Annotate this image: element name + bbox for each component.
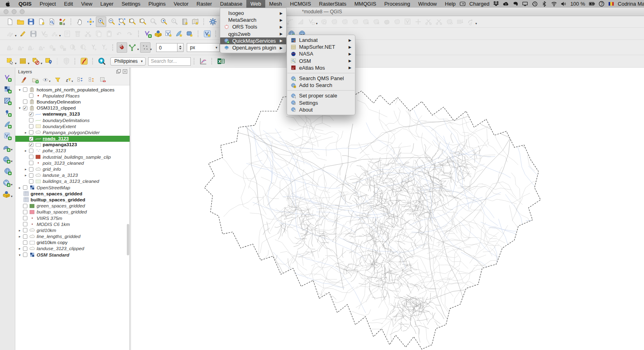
zoom-full-button[interactable] xyxy=(117,17,127,27)
web-menu-item-quickmapservices[interactable]: QuickMapServices▶ xyxy=(220,37,286,44)
evernote-icon[interactable] xyxy=(512,1,518,7)
layer-row-waterways-3123[interactable]: ✓waterways_3123 xyxy=(15,111,130,117)
circle-7-icon[interactable]: 7 xyxy=(599,1,605,7)
layer-visibility-checkbox[interactable] xyxy=(23,216,27,220)
web-menu-item-openlayers-plugin[interactable]: OpenLayers plugin▶ xyxy=(220,44,286,51)
qms-menu-item-osm[interactable]: OSM▶ xyxy=(287,58,355,64)
menubar-item-help[interactable]: Help xyxy=(441,0,460,8)
layer-visibility-checkbox[interactable]: ✓ xyxy=(29,143,33,147)
minimize-window-button[interactable] xyxy=(12,9,17,14)
add-datasource-layer-button[interactable]: ▾ xyxy=(1,189,14,200)
qms-menu-item-settings[interactable]: Settings xyxy=(287,99,355,106)
expander-icon[interactable]: ▸ xyxy=(23,167,28,171)
layer-row-boundarydelineation[interactable]: BoundaryDelineation xyxy=(15,99,130,105)
toggle-editing-button[interactable] xyxy=(18,29,28,39)
spreadsheet-layers-button[interactable]: X xyxy=(216,56,226,66)
layer-row-green-spaces-gridded[interactable]: green_spaces_gridded xyxy=(15,191,130,197)
snapping-marker-button-dropdown-arrow[interactable]: ▾ xyxy=(150,48,152,51)
expander-icon[interactable]: ▾ xyxy=(17,88,22,92)
geocoder-country-combobox[interactable]: Philippines▾ xyxy=(110,57,146,66)
expander-icon[interactable]: ▸ xyxy=(17,234,22,238)
zoom-to-layer-button[interactable] xyxy=(138,17,148,27)
snapping-toggle-button[interactable] xyxy=(117,42,127,53)
layer-row-landuse-3123-clipped[interactable]: ▸landuse_3123_clipped xyxy=(15,246,130,252)
layer-row-grid10km-copy[interactable]: grid10km copy xyxy=(15,240,130,246)
layer-row-builtup-spaces-gridded[interactable]: builtup_spaces_gridded xyxy=(15,197,130,203)
display-icon[interactable] xyxy=(522,1,528,7)
time-machine-icon[interactable] xyxy=(532,1,538,7)
menubar-item-plugins[interactable]: Plugins xyxy=(144,0,170,8)
new-project-button[interactable] xyxy=(5,17,15,27)
layer-row-hotosm-phl-north-populated-places[interactable]: ▾hotosm_phl_north_populated_places xyxy=(15,87,130,93)
layer-visibility-checkbox[interactable]: ✓ xyxy=(23,106,27,110)
manage-map-themes-button[interactable]: ▾ xyxy=(42,76,51,84)
collapse-all-button[interactable] xyxy=(87,76,96,84)
layer-visibility-checkbox[interactable] xyxy=(23,204,27,208)
layer-visibility-checkbox[interactable] xyxy=(29,118,33,122)
layer-visibility-checkbox[interactable] xyxy=(29,130,33,135)
layer-row-boundarydelimitations[interactable]: boundaryDelimitations xyxy=(15,117,130,123)
menubar-item-edit[interactable]: Edit xyxy=(60,0,77,8)
layer-visibility-checkbox[interactable] xyxy=(29,161,33,165)
new-spatial-bookmark-button[interactable] xyxy=(180,17,190,27)
datasource-manager-button[interactable] xyxy=(142,29,153,39)
layer-visibility-checkbox[interactable] xyxy=(23,228,27,232)
layer-row-modis-c6-1km[interactable]: MODIS C6 1km xyxy=(15,221,130,227)
layer-visibility-checkbox[interactable] xyxy=(29,149,33,153)
deselect-all-button-dropdown-arrow[interactable]: ▾ xyxy=(41,62,42,65)
zoom-window-button[interactable] xyxy=(20,9,25,14)
zoom-in-button[interactable] xyxy=(96,17,106,27)
menubar-item-raster[interactable]: Raster xyxy=(192,0,216,8)
expander-icon[interactable]: ▾ xyxy=(17,253,22,257)
layer-row-pofw-3123[interactable]: ▸pofw_3123 xyxy=(15,148,130,154)
deselect-all-button[interactable] xyxy=(31,56,41,66)
add-group-button[interactable] xyxy=(31,76,39,84)
new-virtual-layer-button[interactable] xyxy=(184,29,195,39)
show-layout-manager-button[interactable] xyxy=(47,17,57,27)
layer-row-boundaryextent[interactable]: boundaryExtent xyxy=(15,123,130,129)
menubar-item-hcmgis[interactable]: HCMGIS xyxy=(286,0,315,8)
layer-visibility-checkbox[interactable] xyxy=(29,167,33,172)
qms-menu-item-eatlas-mos[interactable]: eAeAtlas Mos▶ xyxy=(287,64,355,71)
zoom-to-selection-button[interactable] xyxy=(127,17,138,27)
filter-legend-button[interactable] xyxy=(53,76,62,84)
menubar-item-view[interactable]: View xyxy=(77,0,96,8)
layer-row-openstreetmap[interactable]: ▸OpenStreetMap xyxy=(15,184,130,191)
expander-icon[interactable]: ▸ xyxy=(23,173,28,177)
layer-visibility-checkbox[interactable] xyxy=(23,240,27,245)
layer-visibility-checkbox[interactable] xyxy=(23,99,27,104)
menubar-item-web[interactable]: Web xyxy=(246,0,265,8)
layer-visibility-checkbox[interactable] xyxy=(29,179,33,184)
menubar-item-mesh[interactable]: Mesh xyxy=(265,0,286,8)
window-titlebar[interactable]: *module8 — QGIS xyxy=(0,8,644,16)
close-window-button[interactable] xyxy=(4,9,8,14)
select-features-button[interactable] xyxy=(5,56,15,66)
web-menu-item-qgis2web[interactable]: qgis2web▶ xyxy=(220,31,286,37)
menubar-item-project[interactable]: Project xyxy=(36,0,60,8)
geocoding-button[interactable] xyxy=(97,56,107,66)
pan-map-button[interactable] xyxy=(75,17,85,27)
layer-visibility-checkbox[interactable] xyxy=(23,185,27,190)
topological-editing-button[interactable] xyxy=(127,42,138,53)
open-attribute-table-button-dropdown-arrow[interactable]: ▾ xyxy=(28,62,29,65)
layer-visibility-checkbox[interactable]: ✓ xyxy=(29,137,33,141)
web-menu-item-ors-tools[interactable]: ORS Tools▶ xyxy=(220,23,286,30)
qms-menu-item-about[interactable]: iAbout xyxy=(287,106,355,113)
layer-row-roads-3123[interactable]: ✓roads_3123 xyxy=(15,136,130,142)
filter-by-expression-button[interactable]: ε▾ xyxy=(64,76,73,84)
expand-all-button[interactable] xyxy=(76,76,85,84)
layer-row-osm-standard[interactable]: ▾OSM Standard xyxy=(15,252,130,258)
processing-toolbox-button[interactable] xyxy=(208,17,218,27)
layer-row-green-spaces-gridded[interactable]: green_spaces_gridded xyxy=(15,203,130,209)
layer-row-builtup-spaces-gridded[interactable]: builtup_spaces_gridded xyxy=(15,209,130,215)
layer-row-line-lengths-gridded[interactable]: ▸line_lengths_gridded xyxy=(15,234,130,240)
bluetooth-icon[interactable] xyxy=(541,1,547,7)
layer-visibility-checkbox[interactable] xyxy=(23,253,27,257)
add-postgis-layer-button[interactable]: ▾ xyxy=(1,143,14,153)
layer-row-grid-info[interactable]: ▸grid_info xyxy=(15,166,130,172)
layer-visibility-checkbox[interactable] xyxy=(23,222,27,226)
layer-row-landuse-a-3123[interactable]: ▸landuse_a_3123 xyxy=(15,172,130,178)
layer-row-pampanga-polygondivider[interactable]: ▸Pampanga_polygonDivider xyxy=(15,129,130,135)
layer-visibility-checkbox[interactable] xyxy=(29,93,33,98)
select-by-location-button[interactable] xyxy=(43,56,54,66)
